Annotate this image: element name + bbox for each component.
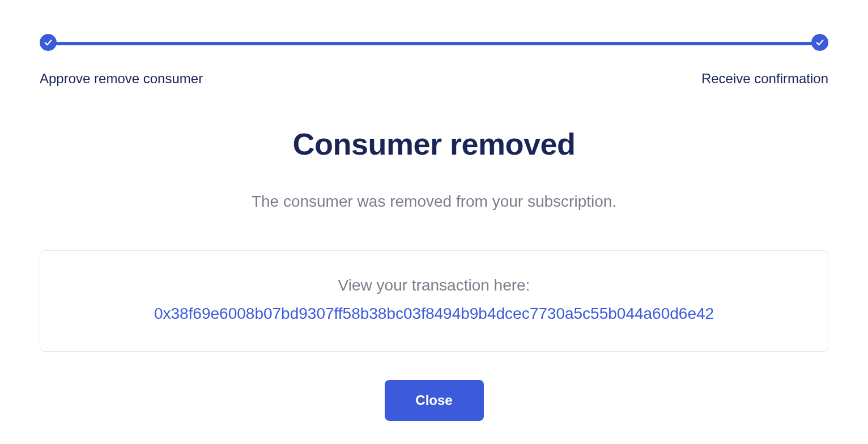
close-button[interactable]: Close — [385, 380, 484, 421]
page-title: Consumer removed — [40, 126, 828, 161]
stepper-labels: Approve remove consumer Receive confirma… — [40, 71, 828, 87]
step-label-confirm: Receive confirmation — [701, 71, 828, 87]
page-subtext: The consumer was removed from your subsc… — [40, 193, 828, 211]
step-node-approve — [40, 34, 57, 51]
button-row: Close — [40, 380, 828, 421]
step-label-approve: Approve remove consumer — [40, 71, 203, 87]
transaction-box: View your transaction here: 0x38f69e6008… — [40, 250, 828, 352]
step-node-confirm — [811, 34, 828, 51]
stepper: Approve remove consumer Receive confirma… — [40, 34, 828, 87]
check-icon — [815, 37, 825, 48]
transaction-label: View your transaction here: — [57, 276, 811, 294]
main-content: Consumer removed The consumer was remove… — [40, 126, 828, 421]
stepper-nodes — [40, 34, 828, 51]
check-icon — [43, 37, 53, 48]
transaction-hash-link[interactable]: 0x38f69e6008b07bd9307ff58b38bc03f8494b9b… — [154, 305, 714, 322]
